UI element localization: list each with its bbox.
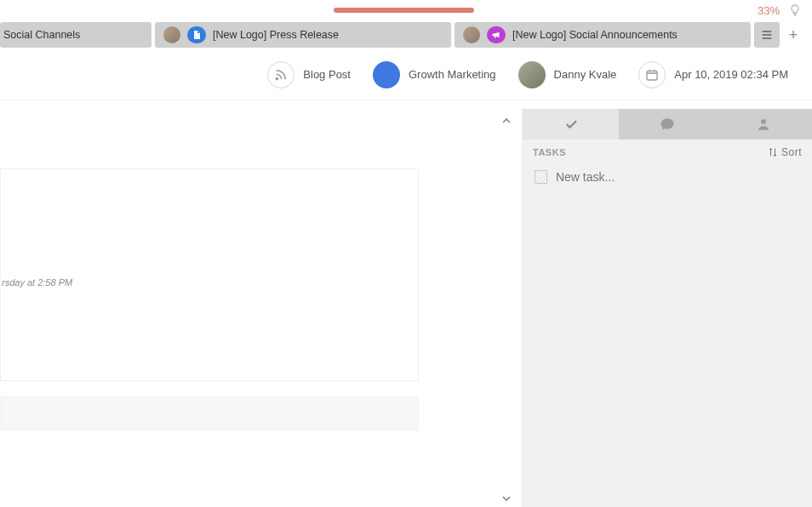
megaphone-icon <box>487 26 506 43</box>
document-icon <box>187 26 206 43</box>
author-chip[interactable]: Danny Kvale <box>512 61 624 88</box>
progress-fill <box>334 8 474 13</box>
side-tab-comments[interactable] <box>619 109 715 140</box>
content-placeholder <box>0 168 419 381</box>
new-task-input[interactable] <box>556 170 800 184</box>
tab-press-release[interactable]: [New Logo] Press Release <box>155 22 451 48</box>
post-type-label: Blog Post <box>303 68 351 81</box>
author-name: Danny Kvale <box>554 68 617 81</box>
content-footer-bar <box>0 396 419 430</box>
tab-bar: Social Channels [New Logo] Press Release… <box>0 20 812 49</box>
tab-social-channels[interactable]: Social Channels <box>0 22 152 48</box>
rss-icon <box>267 61 294 88</box>
tab-social-announcements[interactable]: [New Logo] Social Announcements <box>455 22 751 48</box>
category-chip[interactable]: Growth Marketing <box>366 61 503 88</box>
chevron-down-icon[interactable] <box>500 492 513 505</box>
svg-rect-1 <box>763 34 772 35</box>
svg-point-5 <box>761 119 766 124</box>
side-tab-people[interactable] <box>716 109 812 140</box>
edit-timestamp: rsday at 2:58 PM <box>0 277 74 288</box>
post-type-chip[interactable]: Blog Post <box>260 61 357 88</box>
tab-label: Social Channels <box>3 29 80 41</box>
svg-rect-2 <box>763 37 772 38</box>
editor-pane: rsday at 2:58 PM <box>0 109 523 507</box>
side-tab-tasks[interactable] <box>523 109 619 140</box>
lightbulb-icon[interactable] <box>788 3 802 17</box>
add-tab-button[interactable]: + <box>781 22 805 48</box>
avatar <box>163 26 180 43</box>
meta-bar: Blog Post Growth Marketing Danny Kvale A… <box>0 49 812 100</box>
sort-label: Sort <box>781 146 802 158</box>
avatar <box>518 61 546 88</box>
calendar-icon <box>638 61 666 88</box>
tab-label: [New Logo] Press Release <box>213 29 339 41</box>
side-panel: TASKS Sort <box>523 109 812 507</box>
avatar <box>463 26 480 43</box>
category-color-dot <box>373 61 400 88</box>
progress-percent: 33% <box>758 4 780 17</box>
list-view-button[interactable] <box>754 22 780 48</box>
sort-button[interactable]: Sort <box>768 146 802 158</box>
chevron-up-icon[interactable] <box>500 114 513 128</box>
tasks-heading: TASKS <box>533 147 566 157</box>
tab-label: [New Logo] Social Announcements <box>512 29 678 41</box>
progress-bar <box>334 8 742 13</box>
datetime-chip[interactable]: Apr 10, 2019 02:34 PM <box>632 61 795 88</box>
datetime-label: Apr 10, 2019 02:34 PM <box>674 68 788 81</box>
svg-rect-0 <box>763 31 772 31</box>
svg-rect-4 <box>647 71 657 80</box>
category-label: Growth Marketing <box>409 68 496 81</box>
new-task-row[interactable] <box>523 165 812 189</box>
task-checkbox[interactable] <box>535 170 547 184</box>
svg-point-3 <box>277 77 278 79</box>
